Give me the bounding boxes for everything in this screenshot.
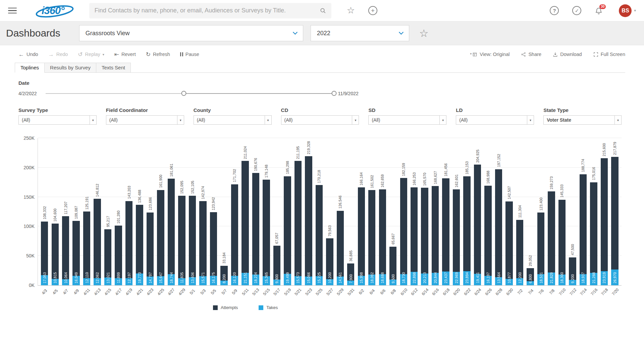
avatar[interactable]: BS [619,4,632,17]
bar-group[interactable]: 152,10513,606 [187,138,198,285]
bar-group[interactable]: 123,68614,797 [145,138,155,285]
filter-select-state-type[interactable]: Voter State▾ [543,115,622,125]
search-icon[interactable] [320,7,326,14]
bar-group[interactable]: 47,5009,200 [567,138,578,285]
date-slider-handle[interactable] [181,91,186,96]
bar-group[interactable]: 162,65918,688 [377,138,388,285]
bar-group[interactable]: 204,92519,411 [472,138,483,285]
search-input[interactable] [95,7,316,14]
bar-group[interactable]: 215,60023,919 [599,138,609,285]
bar-group[interactable]: 142,50710,877 [504,138,514,285]
bar-group[interactable]: 219,32815,066 [303,138,314,285]
takes-value-label: 12,200 [518,272,522,283]
bar-group[interactable]: 211,02421,151 [240,138,250,285]
attempts-value-label: 179,148 [265,165,268,178]
bar-group[interactable]: 211,19515,573 [293,138,303,285]
tab-toplines[interactable]: Toplines [15,63,45,73]
global-search[interactable] [89,3,331,18]
bar-group[interactable]: 181,06118,744 [166,138,176,285]
filter-select-county[interactable]: (All)▾ [194,115,272,125]
bar-group[interactable]: 188,77418,937 [578,138,588,285]
chevron-down-icon: ▾ [634,8,636,13]
bar-group[interactable]: 79,56310,200 [324,138,335,285]
bar-group[interactable]: 185,29819,499 [282,138,292,285]
bar-group[interactable]: 117,20710,064 [60,138,71,285]
bar-group[interactable]: 166,25322,898 [409,138,419,285]
bar-group[interactable]: 168,62720,844 [430,138,440,285]
bar-group[interactable]: 109,08716,049 [71,138,81,285]
bar-group[interactable]: 95,21713,021 [103,138,113,285]
attempts-swatch [213,305,218,310]
add-icon[interactable]: + [368,6,377,15]
bar-group[interactable]: 179,14815,365 [261,138,271,285]
notifications-bell-icon[interactable]: 30 [595,7,603,15]
toolbar-redo-button[interactable]: →Redo [48,52,68,57]
toolbar-replay-button[interactable]: ↺Replay▾ [78,52,104,57]
bar-group[interactable]: 146,81212,062 [92,138,102,285]
attempts-value-label: 123,400 [539,197,543,210]
filter-select-cd[interactable]: (All)▾ [281,115,359,125]
year-select[interactable]: 2022 [311,25,409,41]
bar-group[interactable]: 197,15213,564 [493,138,504,285]
date-slider[interactable] [46,91,334,96]
bar-group[interactable]: 111,30412,200 [515,138,525,285]
bar-group[interactable]: 145,33318,300 [557,138,567,285]
bar-group[interactable]: 126,54614,561 [335,138,345,285]
toolbar-view-original-button[interactable]: *View: Original [470,52,509,57]
bar-group[interactable]: 104,60010,815 [50,138,60,285]
i360-logo[interactable]: i360° [36,3,70,18]
toolbar-download-button[interactable]: Download [553,52,582,57]
bar-group[interactable]: 33,1848,200 [219,138,229,285]
bar-group[interactable]: 161,50218,092 [367,138,377,285]
toolbar-undo-button[interactable]: ←Undo [18,52,38,57]
bar-group[interactable]: 101,28011,899 [113,138,123,285]
bar-group[interactable]: 67,0579,800 [272,138,282,285]
filter-select-survey-type[interactable]: (All)▾ [18,115,97,125]
bar-group[interactable]: 162,60122,969 [451,138,462,285]
bar-group[interactable]: 181,45623,437 [440,138,451,285]
bar-group[interactable]: 190,67618,234 [251,138,261,285]
bar-group[interactable]: 185,15323,894 [462,138,472,285]
bar-group[interactable]: 175,01621,288 [588,138,599,285]
user-menu[interactable]: BS ▾ [619,4,636,17]
hamburger-menu-icon[interactable] [8,8,17,14]
toolbar-pause-button[interactable]: Pause [180,52,199,57]
tasks-check-icon[interactable]: ✓ [572,6,581,15]
filter-select-sd[interactable]: (All)▾ [368,115,446,125]
bar-group[interactable]: 108,33217,053 [39,138,50,285]
toolbar-revert-button[interactable]: ⇤Revert [114,52,136,57]
bar-group[interactable]: 65,6679,500 [388,138,398,285]
toolbar-refresh-button[interactable]: ↻Refresh [146,52,170,57]
bar-group[interactable]: 143,20312,197 [124,138,134,285]
bar-group[interactable]: 123,94216,175 [208,138,219,285]
bar-group[interactable]: 136,48819,773 [134,138,145,285]
date-slider-handle[interactable] [331,91,336,96]
bar-group[interactable]: 36,8857,900 [345,138,356,285]
filter-select-field-coordinator[interactable]: (All)▾ [106,115,184,125]
takes-value-label: 26,970 [613,272,617,283]
bar-group[interactable]: 142,97415,571 [198,138,208,285]
bar-group[interactable]: 171,70216,120 [229,138,240,285]
help-icon[interactable]: ? [550,6,559,15]
favorite-star-icon[interactable]: ☆ [347,6,355,15]
filter-select-ld[interactable]: (All)▾ [456,115,534,125]
bar-group[interactable]: 152,09511,835 [176,138,187,285]
tab-results-by-survey[interactable]: Results by Survey [44,63,96,72]
bar-group[interactable]: 161,90015,647 [155,138,166,285]
bar-group[interactable]: 217,87926,970 [609,138,620,285]
toolbar-share-button[interactable]: Share [521,52,541,57]
bar-group[interactable]: 166,16415,998 [356,138,367,285]
bar-group[interactable]: 123,40018,531 [536,138,546,285]
bar-group[interactable]: 182,15918,730 [398,138,409,285]
toolbar-full-screen-button[interactable]: Full Screen [593,52,625,57]
bar-group[interactable]: 165,57020,213 [419,138,430,285]
tab-texts-sent[interactable]: Texts Sent [96,63,131,72]
bar-group[interactable]: 168,98816,197 [483,138,493,285]
bar-group[interactable]: 170,21815,225 [314,138,324,285]
bar-group[interactable]: 159,27321,829 [546,138,556,285]
bar-group[interactable]: 125,19112,110 [82,138,92,285]
dashboard-select[interactable]: Grassroots View [79,25,303,41]
bar-group[interactable]: 29,0526,800 [525,138,535,285]
filter-value: Voter State [547,117,614,123]
favorite-dashboard-star-icon[interactable]: ☆ [419,28,429,39]
